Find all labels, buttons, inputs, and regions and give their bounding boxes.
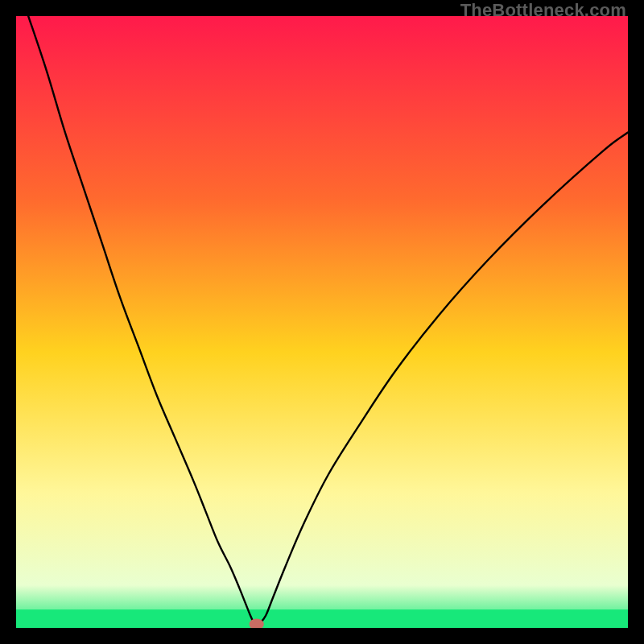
plot-area: [16, 16, 628, 628]
green-band: [16, 609, 628, 628]
watermark-text: TheBottleneck.com: [460, 0, 626, 21]
chart-frame: TheBottleneck.com: [0, 0, 644, 644]
gradient-background: [16, 16, 628, 628]
bottleneck-chart: [16, 16, 628, 628]
